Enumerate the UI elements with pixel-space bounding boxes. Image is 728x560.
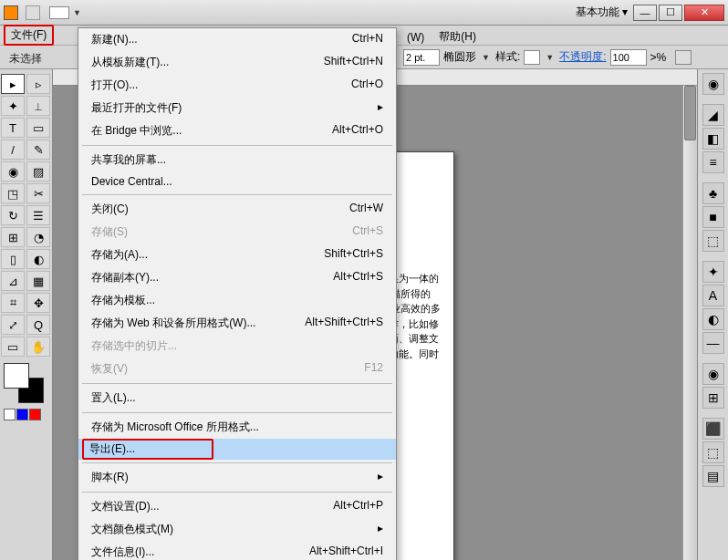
- panel-icon-3[interactable]: ≡: [702, 151, 724, 173]
- menu-item[interactable]: Device Central...: [78, 171, 396, 192]
- workspace-switcher[interactable]: 基本功能 ▾: [570, 3, 633, 22]
- panel-icon-2[interactable]: ◧: [702, 128, 724, 150]
- opacity-input[interactable]: [610, 49, 647, 66]
- file-menu-dropdown: 新建(N)...Ctrl+N从模板新建(T)...Shift+Ctrl+N打开(…: [78, 27, 397, 560]
- tool-13[interactable]: ☰: [26, 205, 50, 225]
- shape-label: 椭圆形: [443, 49, 476, 65]
- tool-4[interactable]: T: [1, 118, 25, 138]
- menu-window[interactable]: (W): [400, 28, 432, 47]
- scrollbar-thumb[interactable]: [684, 86, 696, 140]
- menu-item[interactable]: 新建(N)...Ctrl+N: [78, 28, 396, 51]
- tool-10[interactable]: ◳: [1, 183, 25, 203]
- menu-item[interactable]: 文件信息(I)...Alt+Shift+Ctrl+I: [78, 541, 396, 560]
- panel-icon-12[interactable]: ⊞: [702, 387, 724, 409]
- menu-item-label: 在 Bridge 中浏览...: [91, 123, 182, 139]
- tool-16[interactable]: ▯: [1, 249, 25, 269]
- tool-6[interactable]: /: [1, 140, 25, 160]
- style-swatch[interactable]: [524, 50, 540, 65]
- minimize-button[interactable]: —: [633, 5, 657, 21]
- menu-help[interactable]: 帮助(H): [432, 26, 484, 47]
- tool-1[interactable]: ▹: [26, 74, 50, 94]
- menu-item[interactable]: 文档设置(D)...Alt+Ctrl+P: [78, 495, 396, 518]
- mini-swatch[interactable]: [4, 409, 16, 420]
- vertical-scrollbar[interactable]: [682, 86, 697, 560]
- menu-item-label: 存储选中的切片...: [91, 338, 177, 354]
- panel-icon-5[interactable]: ■: [702, 206, 724, 228]
- menu-shortcut: Ctrl+N: [352, 32, 383, 47]
- menu-item-label: 存储为 Microsoft Office 所用格式...: [91, 420, 259, 435]
- menu-item[interactable]: 在 Bridge 中浏览...Alt+Ctrl+O: [78, 119, 396, 142]
- tool-19[interactable]: ▦: [26, 271, 50, 291]
- titlebar: ▼ 基本功能 ▾ — ☐ ✕: [0, 0, 728, 26]
- chevron-down-icon[interactable]: ▼: [480, 53, 492, 62]
- menu-separator: [82, 194, 392, 195]
- menu-item[interactable]: 最近打开的文件(F)▸: [78, 97, 396, 119]
- menu-item[interactable]: 导出(E)...: [78, 439, 396, 460]
- chevron-down-icon[interactable]: ▼: [544, 53, 556, 62]
- panel-icon-7[interactable]: ✦: [702, 261, 724, 283]
- tool-17[interactable]: ◐: [26, 249, 50, 269]
- menu-shortcut: Alt+Ctrl+S: [333, 270, 383, 285]
- panel-icon-13[interactable]: ⬛: [702, 418, 724, 440]
- menu-item-label: 关闭(C): [91, 202, 129, 217]
- tool-11[interactable]: ✂: [26, 183, 50, 203]
- tool-3[interactable]: ⟂: [26, 96, 50, 116]
- tool-24[interactable]: ▭: [1, 337, 25, 357]
- tool-23[interactable]: Q: [26, 315, 50, 335]
- menu-item[interactable]: 文档颜色模式(M)▸: [78, 518, 396, 541]
- tool-15[interactable]: ◔: [26, 227, 50, 247]
- menu-item[interactable]: 关闭(C)Ctrl+W: [78, 198, 396, 221]
- menu-item[interactable]: 存储为(A)...Shift+Ctrl+S: [78, 244, 396, 266]
- panel-icon-0[interactable]: ◉: [702, 73, 724, 95]
- panel-icon-6[interactable]: ⬚: [702, 230, 724, 252]
- stroke-weight-input[interactable]: [403, 49, 440, 66]
- panel-icon-9[interactable]: ◐: [702, 308, 724, 330]
- tool-18[interactable]: ⊿: [1, 271, 25, 291]
- doc-switcher[interactable]: [26, 5, 40, 20]
- tool-5[interactable]: ▭: [26, 118, 50, 138]
- menu-shortcut: Ctrl+W: [349, 202, 383, 217]
- menu-item[interactable]: 存储为 Microsoft Office 所用格式...: [78, 416, 396, 439]
- menu-item[interactable]: 脚本(R)▸: [78, 466, 396, 489]
- menu-item[interactable]: 置入(L)...: [78, 387, 396, 410]
- tool-22[interactable]: ⤢: [1, 315, 25, 335]
- menu-item[interactable]: 共享我的屏幕...: [78, 149, 396, 171]
- chevron-down-icon[interactable]: ▼: [73, 8, 81, 17]
- app-icon: [4, 5, 18, 20]
- menu-item[interactable]: 存储副本(Y)...Alt+Ctrl+S: [78, 266, 396, 289]
- panel-icon-8[interactable]: A: [702, 285, 724, 306]
- tool-20[interactable]: ⌗: [1, 293, 25, 313]
- arrange-docs-icon[interactable]: [49, 6, 69, 19]
- mini-swatch[interactable]: [29, 409, 41, 420]
- mini-swatch[interactable]: [16, 409, 28, 420]
- tool-9[interactable]: ▨: [26, 161, 50, 181]
- tool-25[interactable]: ✋: [26, 337, 50, 357]
- maximize-button[interactable]: ☐: [659, 5, 682, 21]
- tool-8[interactable]: ◉: [1, 161, 25, 181]
- tool-14[interactable]: ⊞: [1, 227, 25, 247]
- tool-21[interactable]: ✥: [26, 293, 50, 313]
- menu-item[interactable]: 存储为模板...: [78, 289, 396, 312]
- panel-icon-15[interactable]: ▤: [702, 465, 724, 487]
- tool-2[interactable]: ✦: [1, 96, 25, 116]
- menu-separator: [82, 145, 392, 146]
- panel-icon-1[interactable]: ◢: [702, 104, 724, 126]
- menu-item-label: 存储为 Web 和设备所用格式(W)...: [91, 316, 255, 331]
- close-button[interactable]: ✕: [684, 5, 724, 21]
- menu-item[interactable]: 打开(O)...Ctrl+O: [78, 74, 396, 97]
- menu-item-label: 脚本(R): [91, 470, 129, 485]
- menu-item[interactable]: 存储为 Web 和设备所用格式(W)...Alt+Shift+Ctrl+S: [78, 312, 396, 335]
- opacity-label[interactable]: 不透明度:: [559, 49, 606, 65]
- panel-icon-4[interactable]: ♣: [702, 182, 724, 204]
- panel-toggle-icon[interactable]: [675, 50, 692, 65]
- color-swatch[interactable]: [4, 363, 44, 403]
- panel-icon-14[interactable]: ⬚: [702, 441, 724, 463]
- tool-0[interactable]: ▸: [1, 74, 25, 94]
- panel-icon-11[interactable]: ◉: [702, 363, 724, 385]
- tool-7[interactable]: ✎: [26, 140, 50, 160]
- toolbox: ▸▹✦⟂T▭/✎◉▨◳✂↻☰⊞◔▯◐⊿▦⌗✥⤢Q▭✋: [0, 69, 53, 560]
- menu-item[interactable]: 从模板新建(T)...Shift+Ctrl+N: [78, 51, 396, 74]
- menu-file[interactable]: 文件(F): [4, 25, 54, 46]
- panel-icon-10[interactable]: —: [702, 332, 724, 354]
- tool-12[interactable]: ↻: [1, 205, 25, 225]
